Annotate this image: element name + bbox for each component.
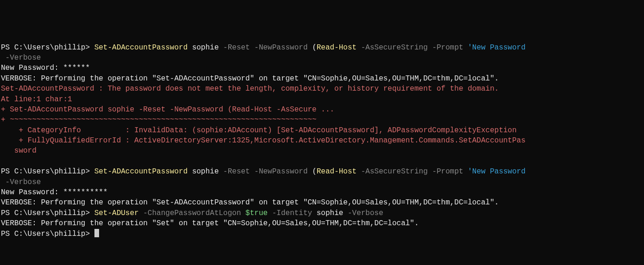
terminal-line: -Verbose <box>1 177 644 187</box>
text-segment: -Reset -NewPassword <box>223 167 312 176</box>
text-segment: sophie <box>192 167 223 176</box>
text-segment: New Password: ********** <box>1 188 107 197</box>
text-segment: sophie <box>192 43 223 52</box>
text-segment: -Reset -NewPassword <box>223 43 312 52</box>
terminal-line <box>1 156 644 166</box>
text-segment: VERBOSE: Performing the operation "Set-A… <box>1 74 499 83</box>
terminal-line: PS C:\Users\phillip> Set-ADAccountPasswo… <box>1 43 644 53</box>
text-segment: New Password: ****** <box>1 64 90 72</box>
text-segment: Set-ADAccountPassword <box>94 167 192 176</box>
terminal-line: sword <box>1 146 644 156</box>
terminal-line: PS C:\Users\phillip> Set-ADAccountPasswo… <box>1 166 644 177</box>
terminal-line: + ~~~~~~~~~~~~~~~~~~~~~~~~~~~~~~~~~~~~~~… <box>1 115 644 125</box>
terminal-line: New Password: ********** <box>1 187 644 197</box>
terminal-line: PS C:\Users\phillip> Set-ADUser -ChangeP… <box>1 208 644 218</box>
text-segment: + ~~~~~~~~~~~~~~~~~~~~~~~~~~~~~~~~~~~~~~… <box>1 116 317 124</box>
text-segment: -Identity <box>272 209 317 217</box>
terminal-line: New Password: ****** <box>1 63 644 73</box>
text-segment: -Verbose <box>1 178 41 186</box>
text-segment: 'New Password <box>468 167 525 176</box>
text-segment: sophie <box>317 209 348 217</box>
terminal-line: VERBOSE: Performing the operation "Set-A… <box>1 197 644 208</box>
text-segment <box>1 157 6 166</box>
terminal-line: + FullyQualifiedErrorId : ActiveDirector… <box>1 136 644 146</box>
text-segment: VERBOSE: Performing the operation "Set" … <box>1 219 419 228</box>
text-segment: VERBOSE: Performing the operation "Set-A… <box>1 198 499 207</box>
text-segment: Read-Host <box>317 43 361 52</box>
cursor <box>94 229 99 237</box>
text-segment: sword <box>1 147 37 155</box>
text-segment: Set-ADAccountPassword : The password doe… <box>1 85 499 93</box>
text-segment: + FullyQualifiedErrorId : ActiveDirector… <box>1 136 525 145</box>
terminal-line: -Verbose <box>1 53 644 63</box>
text-segment: PS C:\Users\phillip> <box>1 167 94 176</box>
text-segment: At line:1 char:1 <box>1 95 72 104</box>
terminal-line: PS C:\Users\phillip> <box>1 229 644 239</box>
text-segment: -AsSecureString -Prompt <box>361 43 468 52</box>
text-segment: Set-ADAccountPassword <box>94 43 192 52</box>
text-segment: ( <box>312 167 317 176</box>
terminal-line: + CategoryInfo : InvalidData: (sophie:AD… <box>1 125 644 136</box>
text-segment: PS C:\Users\phillip> <box>1 230 94 238</box>
terminal-line: VERBOSE: Performing the operation "Set" … <box>1 218 644 228</box>
text-segment: + Set-ADAccountPassword sophie -Reset -N… <box>1 105 334 114</box>
terminal-line: + Set-ADAccountPassword sophie -Reset -N… <box>1 105 644 115</box>
text-segment: 'New Password <box>468 43 525 52</box>
text-segment: + CategoryInfo : InvalidData: (sophie:AD… <box>1 126 517 135</box>
powershell-terminal[interactable]: PS C:\Users\phillip> Set-ADAccountPasswo… <box>0 42 644 239</box>
text-segment: PS C:\Users\phillip> <box>1 209 94 217</box>
text-segment: -ChangePasswordAtLogon <box>143 209 245 217</box>
terminal-line: At line:1 char:1 <box>1 94 644 105</box>
text-segment: -Verbose <box>1 54 41 62</box>
text-segment: ( <box>312 43 317 52</box>
text-segment: -AsSecureString -Prompt <box>361 167 468 176</box>
text-segment: PS C:\Users\phillip> <box>1 43 94 52</box>
terminal-line: VERBOSE: Performing the operation "Set-A… <box>1 74 644 84</box>
text-segment: Read-Host <box>317 167 361 176</box>
text-segment: -Verbose <box>348 209 383 217</box>
terminal-line: Set-ADAccountPassword : The password doe… <box>1 84 644 94</box>
text-segment: Set-ADUser <box>94 209 144 217</box>
text-segment: $true <box>245 209 272 217</box>
